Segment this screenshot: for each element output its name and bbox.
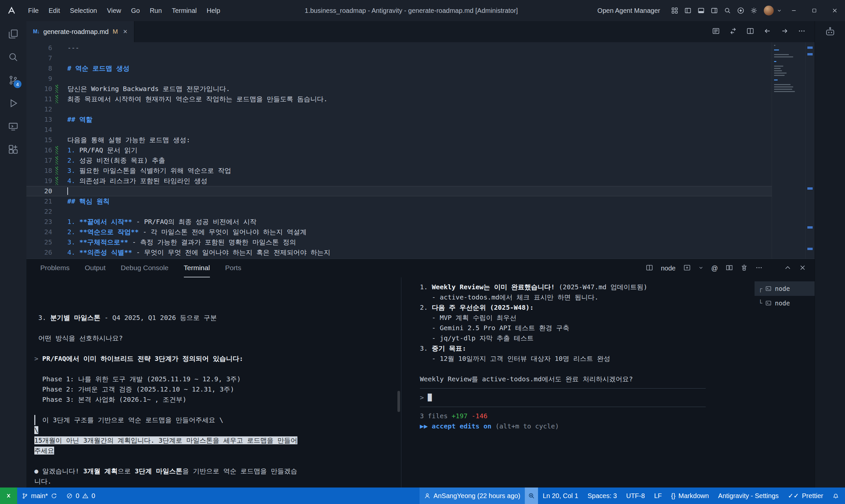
prettier-icon: ✓✓ <box>788 492 799 500</box>
code-line-6[interactable]: 6--- <box>27 43 772 53</box>
code-line-15[interactable]: 15다음을 통해 실행 가능한 로드맵 생성: <box>27 135 772 145</box>
extensions-icon[interactable] <box>7 144 19 155</box>
panel-tab-debug-console[interactable]: Debug Console <box>121 259 169 277</box>
close-button[interactable] <box>825 0 845 21</box>
gear-icon[interactable] <box>747 0 760 21</box>
code-line-20[interactable]: 20 <box>27 186 772 196</box>
code-line-9[interactable]: 9 <box>27 74 772 84</box>
terminal-profile-chevron-icon[interactable] <box>699 265 703 271</box>
minimap[interactable] <box>772 42 805 258</box>
search-sidebar-icon[interactable] <box>7 52 19 63</box>
code-line-8[interactable]: 8# 역순 로드맵 생성 <box>27 63 772 74</box>
terminal-left-pane[interactable]: 3. 분기별 마일스톤 - Q4 2025, Q1 2026 등으로 구분 어떤… <box>27 277 401 487</box>
code-line-17[interactable]: 172. 성공 비전(최종 목표) 추출 <box>27 155 772 166</box>
status-language-mode[interactable]: {}Markdown <box>666 487 714 504</box>
agent-grid-icon[interactable] <box>668 0 681 21</box>
split-terminal-icon[interactable] <box>726 264 733 272</box>
menu-edit[interactable]: Edit <box>43 0 65 21</box>
menu-run[interactable]: Run <box>145 0 167 21</box>
minimap-line <box>774 45 775 46</box>
code-line-12[interactable]: 12 <box>27 104 772 114</box>
layout-panel-icon[interactable] <box>694 0 708 21</box>
indentation-label: Spaces: 3 <box>587 492 617 500</box>
status-prettier[interactable]: ✓✓Prettier <box>783 487 828 504</box>
tab-close-icon[interactable]: × <box>123 28 127 35</box>
user-avatar[interactable] <box>764 6 774 16</box>
navigate-forward-icon[interactable] <box>781 28 788 36</box>
notifications-bell[interactable] <box>828 487 845 504</box>
code-line-23[interactable]: 231. **끝에서 시작** - PR/FAQ의 최종 성공 비전에서 시작 <box>27 217 772 227</box>
markdown-preview-icon[interactable] <box>712 28 720 36</box>
terminal-line: ▶▶ accept edits on (alt+m to cycle) <box>420 421 745 431</box>
remote-indicator[interactable] <box>0 487 17 504</box>
kill-terminal-icon[interactable] <box>741 264 747 272</box>
code-line-13[interactable]: 13## 역할 <box>27 114 772 125</box>
code-line-11[interactable]: 11최종 목표에서 시작하여 현재까지 역순으로 작업하는 로드맵을 만들도록 … <box>27 94 772 104</box>
navigate-back-icon[interactable] <box>764 28 771 36</box>
editor-pane[interactable]: 6---7 8# 역순 로드맵 생성9 10당신은 Working Backwa… <box>27 42 815 258</box>
search-icon[interactable] <box>721 0 734 21</box>
panel-tab-output[interactable]: Output <box>85 259 106 277</box>
code-line-10[interactable]: 10당신은 Working Backwards 로드맵 전문가입니다. <box>27 84 772 94</box>
status-eol[interactable]: LF <box>650 487 666 504</box>
terminal-right-pane[interactable]: 1. Weekly Review는 이미 완료했습니다! (2025-W47.m… <box>401 277 755 487</box>
agent-robot-icon[interactable] <box>825 26 835 38</box>
git-branch-status[interactable]: main* <box>17 487 62 504</box>
layout-sidebar-left-icon[interactable] <box>681 0 694 21</box>
panel-tab-terminal[interactable]: Terminal <box>184 259 210 277</box>
menu-help[interactable]: Help <box>202 0 225 21</box>
zoom-indicator[interactable] <box>525 487 538 504</box>
run-debug-icon[interactable] <box>7 97 19 109</box>
terminal-scrollbar[interactable] <box>398 391 400 412</box>
code-line-14[interactable]: 14 <box>27 125 772 135</box>
new-terminal-icon[interactable] <box>684 264 690 272</box>
chevron-down-icon[interactable] <box>775 0 784 21</box>
terminal-instance-node[interactable]: └node <box>755 296 815 310</box>
code-line-18[interactable]: 183. 필요한 마일스톤을 식별하기 위해 역순으로 작업 <box>27 166 772 176</box>
explorer-icon[interactable] <box>7 29 19 40</box>
line-number: 15 <box>27 135 52 145</box>
code-line-24[interactable]: 242. **역순으로 작업** - 각 마일스톤 전에 무엇이 일어나야 하는… <box>27 227 772 237</box>
tab-generate-roadmap[interactable]: M↓ generate-roadmap.md M × <box>27 21 134 42</box>
code-line-21[interactable]: 21## 핵심 원칙 <box>27 196 772 206</box>
source-control-icon[interactable]: 4 <box>7 74 19 86</box>
menu-go[interactable]: Go <box>126 0 145 21</box>
status-antigravity-settings[interactable]: Antigravity - Settings <box>714 487 783 504</box>
close-panel-icon[interactable] <box>799 264 806 272</box>
split-editor-icon[interactable] <box>746 28 754 36</box>
open-changes-icon[interactable] <box>729 28 737 36</box>
menu-view[interactable]: View <box>102 0 126 21</box>
terminal-profile-label[interactable]: node <box>661 265 676 272</box>
code-line-19[interactable]: 194. 의존성과 리스크가 포함된 타임라인 생성 <box>27 176 772 186</box>
status-encoding[interactable]: UTF-8 <box>621 487 650 504</box>
maximize-panel-icon[interactable] <box>784 264 791 272</box>
minimize-button[interactable] <box>784 0 804 21</box>
line-text <box>52 74 772 84</box>
status-indentation[interactable]: Spaces: 3 <box>583 487 621 504</box>
code-line-25[interactable]: 253. **구체적으로** - 측정 가능한 결과가 포함된 명확한 마일스톤… <box>27 237 772 247</box>
status-cursor-position[interactable]: Ln 20, Col 1 <box>538 487 583 504</box>
menu-terminal[interactable]: Terminal <box>167 0 202 21</box>
code-line-16[interactable]: 161. PR/FAQ 문서 읽기 <box>27 145 772 155</box>
panel-tab-ports[interactable]: Ports <box>225 259 241 277</box>
overview-ruler[interactable] <box>805 42 815 258</box>
panel-more-icon[interactable] <box>756 264 762 272</box>
layout-sidebar-right-icon[interactable] <box>708 0 721 21</box>
menu-selection[interactable]: Selection <box>65 0 102 21</box>
terminal-instance-node[interactable]: ┌node <box>755 281 815 296</box>
code-line-26[interactable]: 264. **의존성 식별** - 무엇이 무엇 전에 일어나야 하는지 혹은 … <box>27 247 772 258</box>
code-line-7[interactable]: 7 <box>27 53 772 63</box>
maximize-button[interactable] <box>804 0 825 21</box>
gemini-logo-icon[interactable] <box>734 0 747 21</box>
open-agent-manager-button[interactable]: Open Agent Manager <box>597 7 660 15</box>
line-number: 8 <box>27 63 52 74</box>
terminal-at-icon[interactable]: @ <box>711 265 718 272</box>
more-actions-icon[interactable] <box>798 28 805 36</box>
git-author-status[interactable]: AnSangYeong (22 hours ago) <box>420 487 525 504</box>
code-line-22[interactable]: 22 <box>27 206 772 217</box>
panel-tab-problems[interactable]: Problems <box>40 259 70 277</box>
terminal-split-view-icon[interactable] <box>646 264 653 272</box>
problems-status[interactable]: 0 0 <box>62 487 100 504</box>
remote-explorer-icon[interactable] <box>7 121 19 132</box>
menu-file[interactable]: File <box>23 0 43 21</box>
